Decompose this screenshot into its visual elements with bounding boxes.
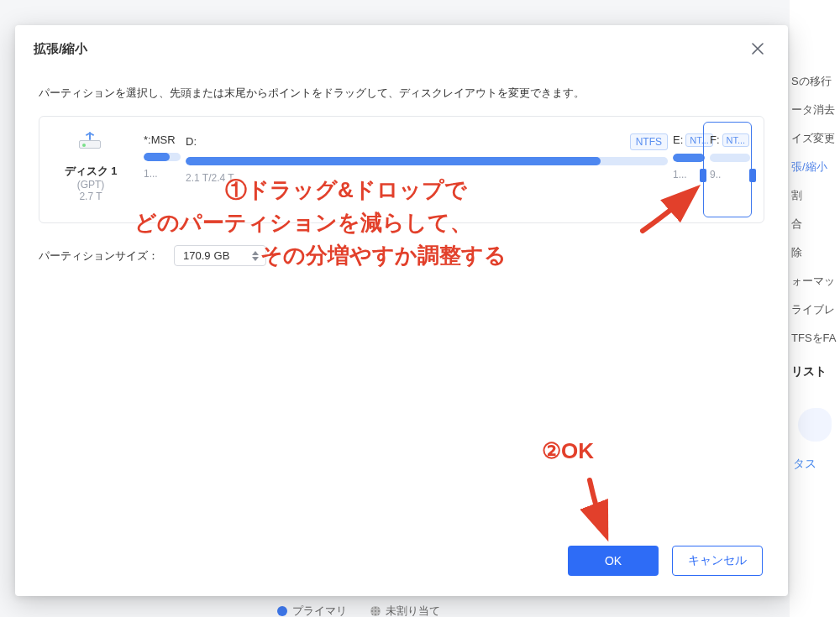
- bg-item: 割: [790, 181, 840, 210]
- disk-size: 2.7 T: [79, 191, 102, 202]
- bg-list-title: リスト: [790, 353, 840, 386]
- partition-f-value: 9..: [710, 169, 750, 180]
- disk-info: ディスク 1 (GPT) 2.7 T: [53, 133, 129, 202]
- legend-unalloc-label: 未割り当て: [386, 604, 440, 617]
- size-value: 170.9: [183, 249, 211, 262]
- partition-msr[interactable]: *:MSR 1...: [144, 133, 181, 180]
- disk-type: (GPT): [77, 179, 105, 191]
- bg-task-link: タス: [790, 450, 840, 478]
- partition-f[interactable]: F: NT... 9..: [710, 133, 750, 180]
- close-icon: [752, 43, 764, 55]
- partition-e[interactable]: E: NT... 1...: [673, 133, 705, 180]
- stepper-down-icon[interactable]: [252, 257, 259, 261]
- partition-d-value: 2.1 T/2.4 T: [186, 172, 668, 184]
- legend-primary-label: プライマリ: [292, 604, 347, 617]
- disk-icon: [79, 140, 102, 157]
- disk-name: ディスク 1: [65, 164, 118, 179]
- partition-msr-label: *:MSR: [144, 133, 176, 146]
- bg-item-active: 張/縮小: [790, 153, 840, 181]
- ok-button[interactable]: OK: [568, 546, 659, 576]
- legend-unalloc-dot: [370, 606, 381, 616]
- partition-d-label: D:: [186, 135, 197, 148]
- bg-item: TFSをFA: [790, 324, 840, 353]
- legend: プライマリ 未割り当て: [277, 604, 440, 617]
- stepper-up-icon[interactable]: [252, 251, 259, 255]
- cancel-button-label: キャンセル: [688, 553, 747, 568]
- legend-primary-dot: [277, 606, 287, 616]
- dialog-title: 拡張/縮小: [34, 41, 87, 57]
- bg-item: ライブレ: [790, 295, 840, 324]
- partition-e-value: 1...: [673, 169, 705, 180]
- partition-msr-value: 1...: [144, 168, 181, 180]
- partition-f-label: F:: [710, 133, 720, 146]
- partitions-row[interactable]: *:MSR 1... D: NTFS 2.1 T/2.4 T E:: [144, 133, 750, 202]
- instruction-text: パーティションを選択し、先頭または末尾からポイントをドラッグして、ディスクレイア…: [39, 86, 764, 101]
- bg-item: ータ消去: [790, 96, 840, 124]
- drag-handle-right[interactable]: [749, 169, 756, 182]
- ok-button-label: OK: [605, 554, 622, 567]
- partition-d-fs: NTFS: [630, 133, 668, 150]
- size-input[interactable]: 170.9 GB: [174, 245, 266, 266]
- sidebar-background: Sの移行 ータ消去 イズ変更 張/縮小 割 合 除 ォーマッ ライブレ TFSを…: [790, 0, 840, 617]
- bg-item: 合: [790, 210, 840, 238]
- bg-item: ォーマッ: [790, 267, 840, 295]
- partition-e-bar[interactable]: [673, 154, 705, 162]
- cancel-button[interactable]: キャンセル: [672, 546, 763, 576]
- partition-d-bar[interactable]: [186, 157, 668, 165]
- partition-f-bar[interactable]: [710, 154, 750, 162]
- partition-msr-bar[interactable]: [144, 153, 181, 161]
- bg-item: 除: [790, 238, 840, 267]
- size-label: パーティションサイズ：: [39, 248, 159, 264]
- partition-layout: ディスク 1 (GPT) 2.7 T *:MSR 1... D: NTFS: [39, 116, 764, 223]
- size-stepper[interactable]: [250, 251, 262, 261]
- partition-d[interactable]: D: NTFS 2.1 T/2.4 T: [186, 133, 668, 184]
- bg-item: Sの移行: [790, 67, 840, 96]
- bg-placeholder: [790, 400, 840, 450]
- resize-dialog: 拡張/縮小 パーティションを選択し、先頭または末尾からポイントをドラッグして、デ…: [15, 25, 788, 596]
- partition-f-fs: NT...: [722, 133, 750, 147]
- close-button[interactable]: [746, 37, 769, 60]
- size-unit: GB: [214, 249, 230, 262]
- partition-e-label: E:: [673, 133, 683, 146]
- bg-item: イズ変更: [790, 124, 840, 153]
